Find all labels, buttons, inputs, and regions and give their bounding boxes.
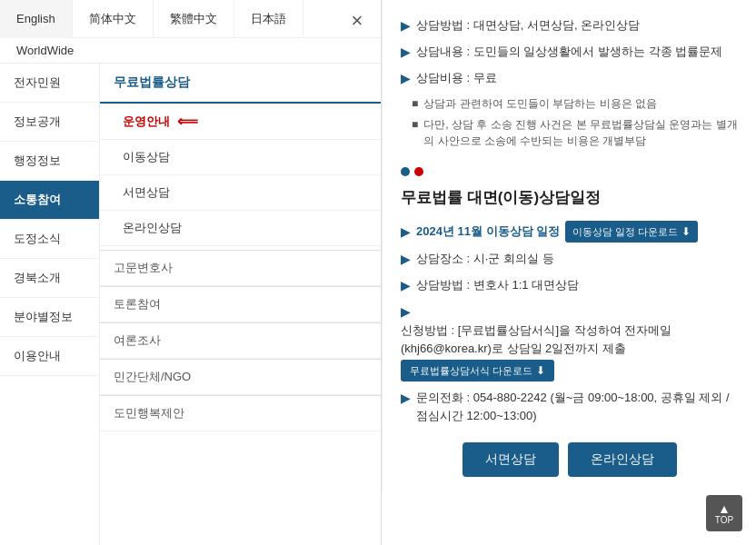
counsel-method-text: 상담방법 : 대면상담, 서면상담, 온라인상담 — [416, 16, 640, 35]
download-schedule-label: 이동상담 일정 다운로드 — [572, 224, 678, 240]
location-item: ▶ 상담장소 : 시·군 회의실 등 — [401, 250, 738, 269]
sub-dot-2: ■ — [412, 116, 418, 133]
bullet-arrow-5: ▶ — [401, 250, 411, 269]
sub-lawsuit-text: 다만, 상담 후 소송 진행 사건은 본 무료법률상담실 운영과는 별개의 사안… — [423, 116, 738, 149]
lang-traditional[interactable]: 繁體中文 — [154, 0, 234, 38]
nav-sub-online-counsel[interactable]: 온라인상담 — [100, 211, 382, 246]
nav-main: 전자민원 정보공개 행정정보 소통참여 도정소식 경북소개 분야별정보 이용안내… — [0, 64, 382, 545]
bullet-arrow-4: ▶ — [401, 223, 411, 242]
download-schedule-btn[interactable]: 이동상담 일정 다운로드 ⬇ — [565, 221, 698, 243]
info-section: ▶ 상담방법 : 대면상담, 서면상담, 온라인상담 ▶ 상담내용 : 도민들의… — [401, 16, 738, 149]
nav-section-title: 무료법률상담 — [100, 64, 382, 104]
download-schedule-icon: ⬇ — [681, 223, 691, 240]
apply-text: 신청방법 : [무료법률상담서식]을 작성하여 전자메일(khj66@korea… — [401, 322, 738, 357]
date-schedule-text: 2024년 11월 이동상담 일정 — [416, 223, 560, 241]
nav-sub-label-0: 운영안내 — [123, 114, 170, 130]
bullet-arrow-3: ▶ — [401, 69, 411, 88]
location-text: 상담장소 : 시·군 회의실 등 — [416, 250, 554, 268]
nav-item-usage-guide[interactable]: 이용안내 — [0, 337, 99, 376]
bullet-arrow-6: ▶ — [401, 276, 411, 295]
lang-simplified[interactable]: 简体中文 — [73, 0, 154, 38]
counsel-fee-item: ▶ 상담비용 : 무료 — [401, 69, 738, 88]
date-schedule-item: ▶ 2024년 11월 이동상담 일정 이동상담 일정 다운로드 ⬇ — [401, 221, 738, 243]
nav-dropdown: English 简体中文 繁體中文 日本語 WorldWide × 전자민원 정… — [0, 0, 382, 545]
contact-text: 문의전화 : 054-880-2242 (월~금 09:00~18:00, 공휴… — [416, 389, 738, 424]
close-button[interactable]: × — [343, 7, 371, 35]
top-button[interactable]: ▲ TOP — [706, 495, 742, 531]
nav-item-info-public[interactable]: 정보공개 — [0, 103, 99, 142]
nav-left-column: 전자민원 정보공개 행정정보 소통참여 도정소식 경북소개 분야별정보 이용안내 — [0, 64, 100, 545]
nav-sub-written-counsel[interactable]: 서면상담 — [100, 175, 382, 211]
action-buttons: 서면상담 온라인상담 — [401, 442, 738, 477]
nav-item-civil-complaint[interactable]: 고문변호사 — [100, 251, 382, 286]
nav-item-province-news[interactable]: 도정소식 — [0, 220, 99, 259]
method-text: 상담방법 : 변호사 1:1 대면상담 — [416, 276, 579, 294]
method-item: ▶ 상담방법 : 변호사 1:1 대면상담 — [401, 276, 738, 295]
nav-right-column: 무료법률상담 운영안내 ⟸ 이동상담 서면상담 온라인상담 고문변호사 토론참여… — [100, 64, 382, 545]
dot-red — [414, 167, 423, 176]
detail-section: ▶ 2024년 11월 이동상담 일정 이동상담 일정 다운로드 ⬇ ▶ 상담장… — [401, 221, 738, 424]
apply-item: ▶ 신청방법 : [무료법률상담서식]을 작성하여 전자메일(khj66@kor… — [401, 302, 738, 382]
nav-item-e-citizen[interactable]: 전자민원 — [0, 64, 99, 103]
arrow-indicator: ⟸ — [177, 113, 198, 130]
nav-item-gyeongbuk-intro[interactable]: 경북소개 — [0, 259, 99, 298]
nav-item-civic-proposal[interactable]: 도민행복제안 — [100, 396, 382, 431]
divider-dots — [401, 167, 738, 176]
nav-item-opinion-survey[interactable]: 여론조사 — [100, 323, 382, 359]
bullet-arrow-7: ▶ — [401, 302, 411, 322]
lang-bar: English 简体中文 繁體中文 日本語 — [0, 0, 382, 38]
nav-item-forum[interactable]: 토론참여 — [100, 287, 382, 322]
sub-no-charge: ■ 상담과 관련하여 도민들이 부담하는 비용은 없음 — [401, 95, 738, 112]
dot-blue — [401, 167, 410, 176]
lang-japanese[interactable]: 日本語 — [234, 0, 303, 38]
nav-item-admin-info[interactable]: 행정정보 — [0, 142, 99, 181]
lang-english[interactable]: English — [0, 0, 73, 38]
content-wrapper: ▶ 상담방법 : 대면상담, 서면상담, 온라인상담 ▶ 상담내용 : 도민들의… — [382, 0, 756, 545]
counsel-content-text: 상담내용 : 도민들의 일상생활에서 발생하는 각종 법률문제 — [416, 43, 722, 61]
nav-item-comm-participate[interactable]: 소통참여 — [0, 181, 99, 220]
top-label: TOP — [715, 515, 733, 525]
sub-lawsuit-note: ■ 다만, 상담 후 소송 진행 사건은 본 무료법률상담실 운영과는 별개의 … — [401, 116, 738, 149]
download-form-icon: ⬇ — [536, 362, 545, 379]
download-form-label: 무료법률상담서식 다운로드 — [410, 363, 532, 379]
top-arrow-icon: ▲ — [718, 502, 731, 515]
right-panel: ▶ 상담방법 : 대면상담, 서면상담, 온라인상담 ▶ 상담내용 : 도민들의… — [382, 0, 756, 493]
written-counsel-btn[interactable]: 서면상담 — [463, 442, 559, 477]
online-counsel-btn[interactable]: 온라인상담 — [568, 442, 677, 477]
download-form-btn[interactable]: 무료법률상담서식 다운로드 ⬇ — [401, 360, 554, 382]
counsel-method-item: ▶ 상담방법 : 대면상담, 서면상담, 온라인상담 — [401, 16, 738, 35]
nav-sub-mobile-counsel[interactable]: 이동상담 — [100, 140, 382, 175]
section-main-title: 무료법률 대면(이동)상담일정 — [401, 187, 738, 208]
nav-item-field-info[interactable]: 분야별정보 — [0, 298, 99, 337]
bullet-arrow-1: ▶ — [401, 16, 411, 35]
bullet-arrow-2: ▶ — [401, 43, 411, 62]
sub-no-charge-text: 상담과 관련하여 도민들이 부담하는 비용은 없음 — [423, 95, 657, 112]
bullet-arrow-8: ▶ — [401, 389, 411, 408]
sub-dot-1: ■ — [412, 95, 418, 112]
nav-sub-operation-guide[interactable]: 운영안내 ⟸ — [100, 104, 382, 140]
counsel-content-item: ▶ 상담내용 : 도민들의 일상생활에서 발생하는 각종 법률문제 — [401, 43, 738, 62]
nav-item-ngo[interactable]: 민간단체/NGO — [100, 360, 382, 395]
counsel-fee-text: 상담비용 : 무료 — [416, 69, 497, 87]
contact-item: ▶ 문의전화 : 054-880-2242 (월~금 09:00~18:00, … — [401, 389, 738, 424]
worldwide-bar[interactable]: WorldWide — [0, 38, 382, 64]
